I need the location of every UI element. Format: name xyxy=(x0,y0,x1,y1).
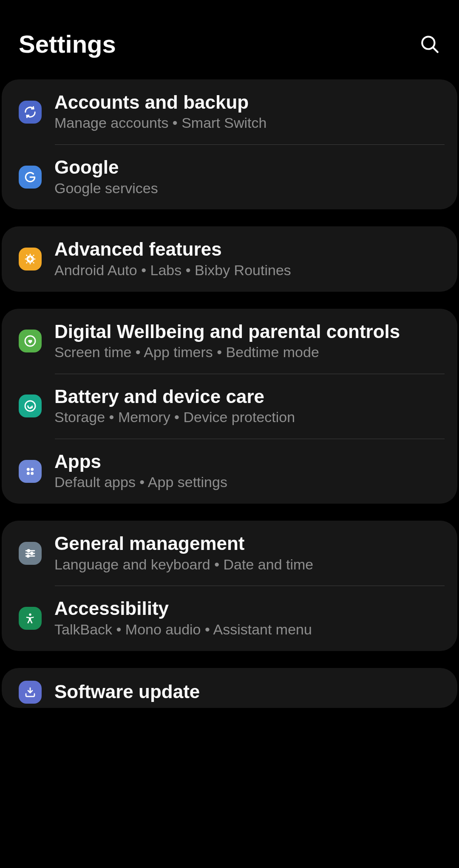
row-text: General management Language and keyboard… xyxy=(54,533,440,573)
svg-point-24 xyxy=(27,555,29,557)
row-title: Accessibility xyxy=(54,598,440,619)
row-subtitle: Screen time • App timers • Bedtime mode xyxy=(54,344,440,361)
row-battery-device-care[interactable]: Battery and device care Storage • Memory… xyxy=(2,374,457,439)
row-subtitle: Default apps • App settings xyxy=(54,473,440,491)
search-icon xyxy=(419,34,440,55)
sliders-icon xyxy=(19,542,42,565)
svg-rect-9 xyxy=(26,262,28,264)
svg-point-14 xyxy=(25,401,35,411)
update-icon xyxy=(19,681,42,704)
plus-gear-icon xyxy=(19,248,42,271)
row-subtitle: Language and keyboard • Date and time xyxy=(54,556,440,573)
svg-point-17 xyxy=(27,472,30,475)
row-title: Accounts and backup xyxy=(54,92,440,113)
svg-rect-3 xyxy=(30,254,31,255)
header: Settings xyxy=(2,0,457,79)
settings-group: Accounts and backup Manage accounts • Sm… xyxy=(2,79,457,209)
row-subtitle: Storage • Memory • Device protection xyxy=(54,409,440,426)
row-text: Apps Default apps • App settings xyxy=(54,451,440,491)
svg-point-18 xyxy=(31,472,34,475)
row-software-update[interactable]: Software update xyxy=(2,668,457,708)
row-subtitle: TalkBack • Mono audio • Assistant menu xyxy=(54,621,440,638)
svg-point-16 xyxy=(31,468,34,471)
svg-rect-7 xyxy=(26,254,28,256)
svg-point-22 xyxy=(31,552,33,554)
svg-rect-6 xyxy=(34,259,36,260)
settings-group: Digital Wellbeing and parental controls … xyxy=(2,309,457,504)
settings-screen: Settings Accounts and backup Manage acco… xyxy=(0,0,459,868)
row-text: Battery and device care Storage • Memory… xyxy=(54,386,440,426)
row-title: Apps xyxy=(54,451,440,472)
row-title: Battery and device care xyxy=(54,386,440,407)
svg-rect-10 xyxy=(33,262,34,264)
row-text: Software update xyxy=(54,682,440,702)
row-google[interactable]: Google Google services xyxy=(2,144,457,209)
apps-icon xyxy=(19,460,42,483)
search-button[interactable] xyxy=(419,34,440,55)
row-subtitle: Google services xyxy=(54,180,440,197)
svg-point-20 xyxy=(28,550,30,552)
sync-icon xyxy=(19,101,42,124)
settings-group: Software update xyxy=(2,668,457,708)
row-text: Digital Wellbeing and parental controls … xyxy=(54,321,440,361)
row-subtitle: Manage accounts • Smart Switch xyxy=(54,114,440,132)
google-icon xyxy=(19,166,42,189)
row-advanced-features[interactable]: Advanced features Android Auto • Labs • … xyxy=(2,226,457,291)
row-general-management[interactable]: General management Language and keyboard… xyxy=(2,521,457,586)
settings-group: General management Language and keyboard… xyxy=(2,521,457,651)
row-title: Google xyxy=(54,157,440,178)
row-apps[interactable]: Apps Default apps • App settings xyxy=(2,439,457,504)
care-icon xyxy=(19,395,42,417)
svg-line-1 xyxy=(433,48,437,52)
row-title: Advanced features xyxy=(54,239,440,259)
row-accessibility[interactable]: Accessibility TalkBack • Mono audio • As… xyxy=(2,586,457,651)
row-text: Advanced features Android Auto • Labs • … xyxy=(54,239,440,279)
row-text: Accounts and backup Manage accounts • Sm… xyxy=(54,92,440,132)
svg-rect-4 xyxy=(30,263,31,265)
wellbeing-icon xyxy=(19,330,42,352)
svg-point-25 xyxy=(29,613,31,616)
svg-point-15 xyxy=(27,468,30,471)
settings-group: Advanced features Android Auto • Labs • … xyxy=(2,226,457,291)
row-text: Accessibility TalkBack • Mono audio • As… xyxy=(54,598,440,638)
row-title: Digital Wellbeing and parental controls xyxy=(54,321,440,342)
svg-rect-12 xyxy=(28,259,32,260)
row-title: Software update xyxy=(54,682,440,702)
accessibility-icon xyxy=(19,607,42,630)
row-title: General management xyxy=(54,533,440,554)
svg-rect-8 xyxy=(33,254,34,256)
row-accounts-and-backup[interactable]: Accounts and backup Manage accounts • Sm… xyxy=(2,79,457,144)
row-digital-wellbeing[interactable]: Digital Wellbeing and parental controls … xyxy=(2,309,457,374)
row-subtitle: Android Auto • Labs • Bixby Routines xyxy=(54,262,440,279)
page-title: Settings xyxy=(19,30,116,58)
row-text: Google Google services xyxy=(54,157,440,197)
svg-rect-5 xyxy=(25,259,27,260)
